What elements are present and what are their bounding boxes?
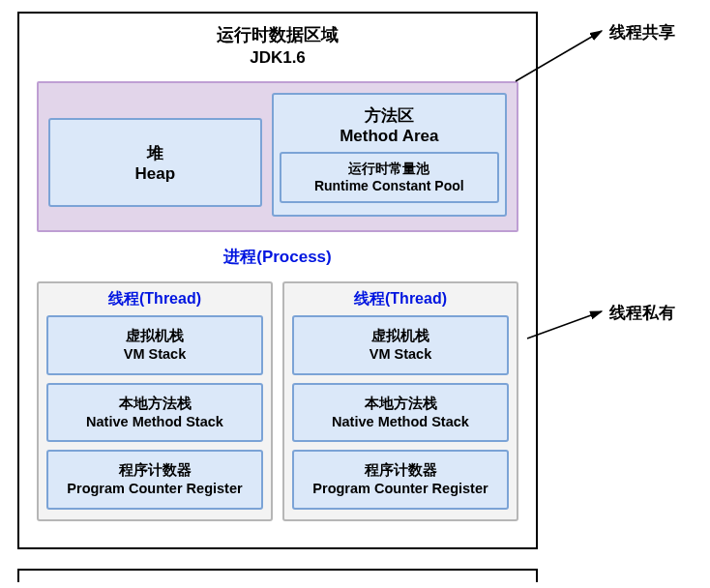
native-stack-en: Native Method Stack bbox=[296, 413, 505, 431]
native-stack-box: 本地方法栈 Native Method Stack bbox=[292, 383, 509, 443]
method-area-box: 方法区 Method Area 运行时常量池 Runtime Constant … bbox=[272, 93, 507, 217]
native-stack-en: Native Method Stack bbox=[50, 413, 259, 431]
native-stack-cn: 本地方法栈 bbox=[50, 395, 259, 413]
runtime-data-areas-container: 运行时数据区域 JDK1.6 堆 Heap 方法区 Method Area 运行… bbox=[17, 12, 538, 549]
heap-label-en: Heap bbox=[50, 164, 260, 184]
title-sub: JDK1.6 bbox=[19, 48, 536, 68]
pc-register-cn: 程序计数器 bbox=[50, 461, 259, 480]
vm-stack-cn: 虚拟机栈 bbox=[50, 327, 259, 345]
pc-register-en: Program Counter Register bbox=[296, 480, 505, 498]
pc-register-box: 程序计数器 Program Counter Register bbox=[46, 450, 263, 510]
svg-line-1 bbox=[527, 311, 602, 338]
runtime-constant-pool-box: 运行时常量池 Runtime Constant Pool bbox=[280, 152, 499, 202]
vm-stack-cn: 虚拟机栈 bbox=[296, 327, 505, 345]
shared-area: 堆 Heap 方法区 Method Area 运行时常量池 Runtime Co… bbox=[37, 81, 518, 232]
vm-stack-en: VM Stack bbox=[50, 345, 259, 364]
pc-register-cn: 程序计数器 bbox=[296, 461, 505, 480]
native-stack-cn: 本地方法栈 bbox=[296, 395, 505, 413]
title-main: 运行时数据区域 bbox=[19, 23, 536, 46]
threads-row: 线程(Thread) 虚拟机栈 VM Stack 本地方法栈 Native Me… bbox=[37, 281, 518, 521]
constant-pool-label-en: Runtime Constant Pool bbox=[283, 177, 495, 194]
process-label: 进程(Process) bbox=[19, 246, 536, 268]
native-stack-box: 本地方法栈 Native Method Stack bbox=[46, 383, 263, 443]
vm-stack-box: 虚拟机栈 VM Stack bbox=[46, 315, 263, 375]
pc-register-en: Program Counter Register bbox=[50, 480, 259, 498]
thread-title: 线程(Thread) bbox=[292, 289, 509, 309]
method-area-label-en: Method Area bbox=[280, 127, 499, 146]
method-area-label-cn: 方法区 bbox=[280, 106, 499, 126]
annotation-thread-shared: 线程共享 bbox=[609, 21, 675, 44]
vm-stack-en: VM Stack bbox=[296, 345, 505, 364]
diagram-title: 运行时数据区域 JDK1.6 bbox=[19, 14, 536, 68]
thread-title: 线程(Thread) bbox=[46, 289, 263, 309]
annotation-thread-private: 线程私有 bbox=[609, 302, 675, 324]
pc-register-box: 程序计数器 Program Counter Register bbox=[292, 450, 509, 510]
vm-stack-box: 虚拟机栈 VM Stack bbox=[292, 315, 509, 375]
bottom-partial-box bbox=[17, 569, 538, 582]
heap-label-cn: 堆 bbox=[50, 142, 260, 164]
constant-pool-label-cn: 运行时常量池 bbox=[283, 160, 495, 177]
thread-box-2: 线程(Thread) 虚拟机栈 VM Stack 本地方法栈 Native Me… bbox=[282, 281, 518, 521]
heap-box: 堆 Heap bbox=[48, 118, 262, 207]
thread-box-1: 线程(Thread) 虚拟机栈 VM Stack 本地方法栈 Native Me… bbox=[37, 281, 273, 521]
